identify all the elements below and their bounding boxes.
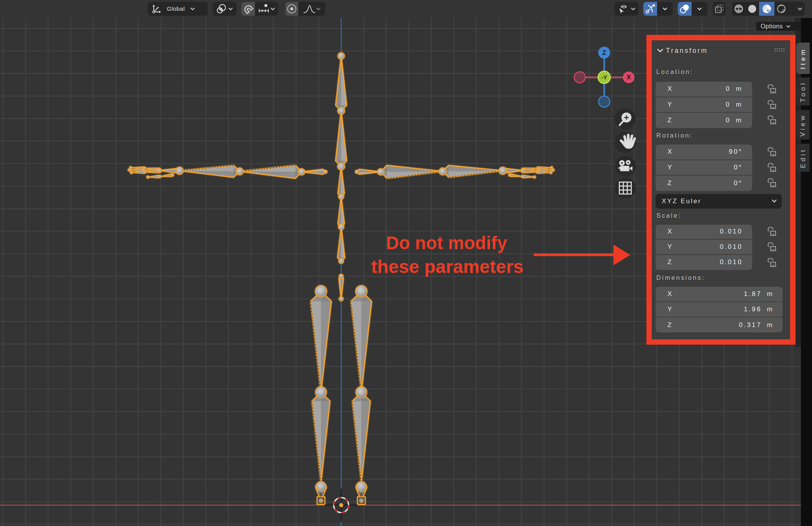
svg-text:Z: Z — [602, 49, 606, 56]
svg-text:-Y: -Y — [601, 74, 607, 81]
svg-text:X: X — [626, 74, 631, 81]
